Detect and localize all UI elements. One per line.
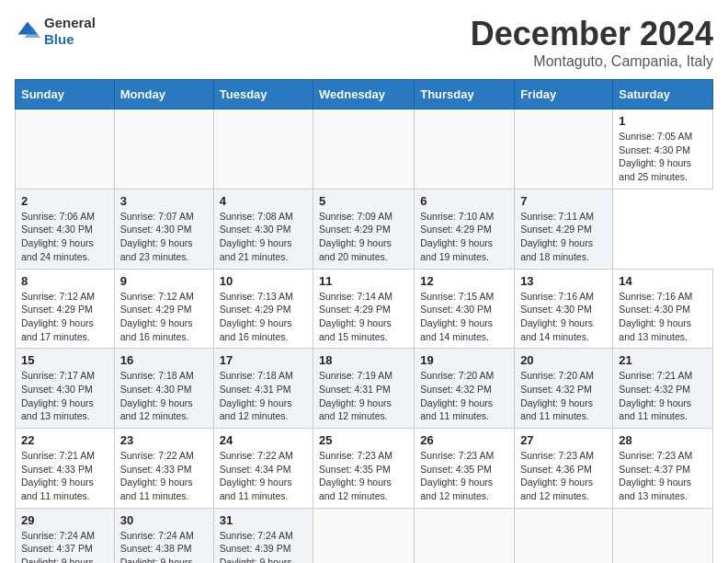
- calendar-day-cell: 13 Sunrise: 7:16 AMSunset: 4:30 PMDaylig…: [515, 269, 613, 349]
- day-number: 13: [520, 274, 607, 288]
- day-detail: Sunrise: 7:05 AMSunset: 4:30 PMDaylight:…: [619, 130, 707, 184]
- day-number: 8: [21, 274, 108, 288]
- day-detail: Sunrise: 7:17 AMSunset: 4:30 PMDaylight:…: [21, 369, 108, 423]
- logo-general: General: [44, 15, 96, 30]
- calendar-week-row: 29 Sunrise: 7:24 AMSunset: 4:37 PMDaylig…: [16, 508, 713, 563]
- calendar-day-cell: 24 Sunrise: 7:22 AMSunset: 4:34 PMDaylig…: [213, 429, 313, 509]
- day-number: 2: [21, 194, 108, 208]
- day-detail: Sunrise: 7:15 AMSunset: 4:30 PMDaylight:…: [420, 290, 508, 344]
- calendar-week-row: 15 Sunrise: 7:17 AMSunset: 4:30 PMDaylig…: [16, 349, 713, 429]
- calendar-week-row: 22 Sunrise: 7:21 AMSunset: 4:33 PMDaylig…: [16, 429, 713, 509]
- day-number: 14: [619, 274, 707, 288]
- day-detail: Sunrise: 7:24 AMSunset: 4:37 PMDaylight:…: [21, 529, 108, 563]
- calendar-week-row: 1 Sunrise: 7:05 AMSunset: 4:30 PMDayligh…: [16, 109, 713, 190]
- calendar-day-cell: [114, 109, 213, 190]
- day-detail: Sunrise: 7:11 AMSunset: 4:29 PMDaylight:…: [520, 210, 607, 264]
- day-detail: Sunrise: 7:23 AMSunset: 4:37 PMDaylight:…: [619, 449, 707, 503]
- calendar-day-cell: 12 Sunrise: 7:15 AMSunset: 4:30 PMDaylig…: [415, 269, 515, 349]
- calendar-day-cell: [415, 109, 515, 190]
- day-of-week-header: Saturday: [613, 80, 713, 109]
- day-detail: Sunrise: 7:24 AMSunset: 4:39 PMDaylight:…: [220, 529, 307, 563]
- day-number: 21: [619, 353, 707, 367]
- calendar-day-cell: 29 Sunrise: 7:24 AMSunset: 4:37 PMDaylig…: [16, 508, 115, 563]
- day-number: 5: [319, 194, 408, 208]
- day-of-week-header: Thursday: [415, 80, 515, 109]
- day-detail: Sunrise: 7:07 AMSunset: 4:30 PMDaylight:…: [120, 210, 208, 264]
- day-detail: Sunrise: 7:20 AMSunset: 4:32 PMDaylight:…: [420, 369, 508, 423]
- day-number: 1: [619, 114, 707, 128]
- day-number: 30: [120, 513, 208, 527]
- calendar-day-cell: 23 Sunrise: 7:22 AMSunset: 4:33 PMDaylig…: [114, 429, 213, 509]
- day-detail: Sunrise: 7:08 AMSunset: 4:30 PMDaylight:…: [220, 210, 307, 264]
- day-detail: Sunrise: 7:18 AMSunset: 4:30 PMDaylight:…: [120, 369, 208, 423]
- calendar-day-cell: 21 Sunrise: 7:21 AMSunset: 4:32 PMDaylig…: [613, 349, 713, 429]
- logo-blue: Blue: [44, 31, 74, 47]
- calendar-day-cell: 8 Sunrise: 7:12 AMSunset: 4:29 PMDayligh…: [16, 269, 115, 349]
- day-number: 7: [520, 194, 607, 208]
- calendar-day-cell: 1 Sunrise: 7:05 AMSunset: 4:30 PMDayligh…: [613, 109, 713, 190]
- month-title: December 2024: [471, 15, 713, 53]
- calendar-day-cell: [16, 109, 115, 190]
- calendar-day-cell: 3 Sunrise: 7:07 AMSunset: 4:30 PMDayligh…: [114, 189, 213, 269]
- day-number: 27: [520, 433, 607, 447]
- day-number: 29: [21, 513, 108, 527]
- calendar-day-cell: 7 Sunrise: 7:11 AMSunset: 4:29 PMDayligh…: [515, 189, 613, 269]
- day-of-week-header: Friday: [515, 80, 613, 109]
- calendar-day-cell: 2 Sunrise: 7:06 AMSunset: 4:30 PMDayligh…: [16, 189, 115, 269]
- calendar-day-cell: 18 Sunrise: 7:19 AMSunset: 4:31 PMDaylig…: [313, 349, 415, 429]
- day-detail: Sunrise: 7:12 AMSunset: 4:29 PMDaylight:…: [21, 290, 108, 344]
- calendar-day-cell: 31 Sunrise: 7:24 AMSunset: 4:39 PMDaylig…: [213, 508, 313, 563]
- day-number: 15: [21, 353, 108, 367]
- calendar-day-cell: 6 Sunrise: 7:10 AMSunset: 4:29 PMDayligh…: [415, 189, 515, 269]
- calendar-day-cell: [613, 508, 713, 563]
- day-number: 25: [319, 433, 408, 447]
- day-detail: Sunrise: 7:21 AMSunset: 4:33 PMDaylight:…: [21, 449, 108, 503]
- calendar-day-cell: 17 Sunrise: 7:18 AMSunset: 4:31 PMDaylig…: [213, 349, 313, 429]
- page-header: General Blue December 2024 Montaguto, Ca…: [15, 15, 713, 70]
- day-number: 11: [319, 274, 408, 288]
- day-number: 6: [420, 194, 508, 208]
- day-number: 28: [619, 433, 707, 447]
- day-detail: Sunrise: 7:21 AMSunset: 4:32 PMDaylight:…: [619, 369, 707, 423]
- calendar-day-cell: 27 Sunrise: 7:23 AMSunset: 4:36 PMDaylig…: [515, 429, 613, 509]
- calendar-day-cell: [313, 109, 415, 190]
- day-number: 24: [220, 433, 307, 447]
- calendar-day-cell: [515, 508, 613, 563]
- day-number: 18: [319, 353, 408, 367]
- day-number: 12: [420, 274, 508, 288]
- calendar-week-row: 8 Sunrise: 7:12 AMSunset: 4:29 PMDayligh…: [16, 269, 713, 349]
- day-number: 16: [120, 353, 208, 367]
- calendar-table: SundayMondayTuesdayWednesdayThursdayFrid…: [15, 79, 713, 563]
- day-detail: Sunrise: 7:06 AMSunset: 4:30 PMDaylight:…: [21, 210, 108, 264]
- calendar-day-cell: 10 Sunrise: 7:13 AMSunset: 4:29 PMDaylig…: [213, 269, 313, 349]
- day-number: 3: [120, 194, 208, 208]
- day-detail: Sunrise: 7:16 AMSunset: 4:30 PMDaylight:…: [520, 290, 607, 344]
- day-number: 19: [420, 353, 508, 367]
- day-number: 17: [220, 353, 307, 367]
- day-number: 23: [120, 433, 208, 447]
- day-of-week-header: Wednesday: [313, 80, 415, 109]
- day-of-week-header: Monday: [114, 80, 213, 109]
- logo-icon: [15, 18, 40, 44]
- calendar-day-cell: 22 Sunrise: 7:21 AMSunset: 4:33 PMDaylig…: [16, 429, 115, 509]
- calendar-week-row: 2 Sunrise: 7:06 AMSunset: 4:30 PMDayligh…: [16, 189, 713, 269]
- day-detail: Sunrise: 7:23 AMSunset: 4:35 PMDaylight:…: [420, 449, 508, 503]
- day-detail: Sunrise: 7:16 AMSunset: 4:30 PMDaylight:…: [619, 290, 707, 344]
- calendar-day-cell: 20 Sunrise: 7:20 AMSunset: 4:32 PMDaylig…: [515, 349, 613, 429]
- day-detail: Sunrise: 7:23 AMSunset: 4:36 PMDaylight:…: [520, 449, 607, 503]
- day-detail: Sunrise: 7:18 AMSunset: 4:31 PMDaylight:…: [220, 369, 307, 423]
- day-of-week-header: Tuesday: [213, 80, 313, 109]
- calendar-day-cell: 30 Sunrise: 7:24 AMSunset: 4:38 PMDaylig…: [114, 508, 213, 563]
- day-number: 10: [220, 274, 307, 288]
- day-detail: Sunrise: 7:20 AMSunset: 4:32 PMDaylight:…: [520, 369, 607, 423]
- day-number: 20: [520, 353, 607, 367]
- calendar-day-cell: 9 Sunrise: 7:12 AMSunset: 4:29 PMDayligh…: [114, 269, 213, 349]
- day-number: 22: [21, 433, 108, 447]
- header-row: SundayMondayTuesdayWednesdayThursdayFrid…: [16, 80, 713, 109]
- day-number: 26: [420, 433, 508, 447]
- calendar-day-cell: [213, 109, 313, 190]
- day-number: 4: [220, 194, 307, 208]
- calendar-day-cell: [415, 508, 515, 563]
- day-detail: Sunrise: 7:09 AMSunset: 4:29 PMDaylight:…: [319, 210, 408, 264]
- calendar-day-cell: 26 Sunrise: 7:23 AMSunset: 4:35 PMDaylig…: [415, 429, 515, 509]
